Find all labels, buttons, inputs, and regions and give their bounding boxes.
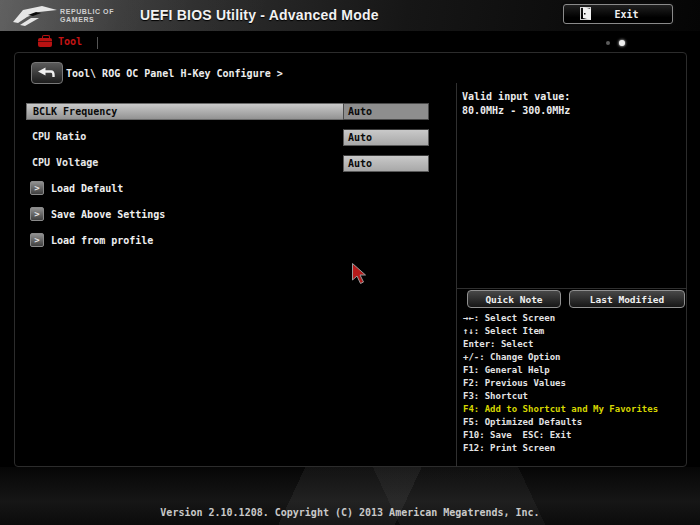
setting-label: CPU Voltage — [26, 155, 343, 172]
valid-input-title: Valid input value: — [462, 91, 570, 102]
shortcut-line: →←: Select Screen — [463, 312, 687, 325]
action-save-above-settings[interactable]: > Save Above Settings — [30, 207, 165, 221]
shortcut-line-highlighted: F4: Add to Shortcut and My Favorites — [463, 403, 687, 416]
brand-text: REPUBLIC OF GAMERS — [60, 8, 114, 24]
setting-row-bclk-frequency[interactable]: BCLK Frequency Auto — [26, 103, 429, 120]
setting-value-dropdown[interactable]: Auto — [343, 155, 429, 172]
toolbox-icon — [38, 38, 52, 47]
chevron-right-icon: > — [30, 233, 44, 247]
action-label: Save Above Settings — [51, 209, 165, 220]
valid-input-range: 80.0MHz - 300.0MHz — [462, 105, 570, 116]
shortcut-line: +/-: Change Option — [463, 351, 687, 364]
action-label: Load Default — [51, 183, 123, 194]
chevron-right-icon: > — [30, 181, 44, 195]
page-indicator — [606, 40, 625, 46]
chevron-right-icon: > — [30, 207, 44, 221]
panel-divider-vertical — [456, 83, 457, 467]
shortcut-line: ↑↓: Select Item — [463, 325, 687, 338]
action-label: Load from profile — [51, 235, 153, 246]
footer-version: Version 2.10.1208. Copyright (C) 2013 Am… — [0, 507, 700, 518]
footer-band: Version 2.10.1208. Copyright (C) 2013 Am… — [0, 467, 700, 525]
last-modified-button[interactable]: Last Modified — [569, 290, 685, 308]
back-arrow-icon — [38, 64, 56, 83]
title-bar: REPUBLIC OF GAMERS UEFI BIOS Utility - A… — [0, 0, 700, 32]
tab-divider — [97, 37, 98, 49]
mouse-cursor — [351, 263, 368, 290]
rog-logo-icon — [12, 3, 58, 33]
shortcut-line: F10: Save ESC: Exit — [463, 429, 687, 442]
panel-divider-horizontal — [456, 288, 687, 289]
shortcut-line: F3: Shortcut — [463, 390, 687, 403]
page-dot-inactive — [606, 41, 610, 45]
bios-screen: REPUBLIC OF GAMERS UEFI BIOS Utility - A… — [0, 0, 700, 525]
exit-button[interactable]: Exit — [563, 4, 673, 24]
shortcut-line: Enter: Select — [463, 338, 687, 351]
setting-label: BCLK Frequency — [26, 103, 343, 120]
shortcuts-panel: →←: Select Screen ↑↓: Select Item Enter:… — [463, 312, 687, 455]
shortcut-line: F12: Print Screen — [463, 442, 687, 455]
action-load-default[interactable]: > Load Default — [30, 181, 123, 195]
setting-label: CPU Ratio — [26, 129, 343, 146]
setting-value-dropdown[interactable]: Auto — [343, 129, 429, 146]
breadcrumb: Tool\ ROG OC Panel H-Key Configure > — [66, 68, 283, 79]
tab-tool[interactable]: Tool — [38, 35, 82, 47]
setting-row-cpu-voltage[interactable]: CPU Voltage Auto — [26, 155, 429, 172]
setting-row-cpu-ratio[interactable]: CPU Ratio Auto — [26, 129, 429, 146]
back-button[interactable] — [31, 62, 63, 84]
action-load-from-profile[interactable]: > Load from profile — [30, 233, 153, 247]
quick-note-button[interactable]: Quick Note — [467, 290, 561, 308]
setting-value-dropdown[interactable]: Auto — [343, 103, 429, 120]
shortcut-line: F2: Previous Values — [463, 377, 687, 390]
exit-door-icon — [580, 5, 591, 24]
exit-label: Exit — [591, 9, 662, 20]
shortcut-line: F5: Optimized Defaults — [463, 416, 687, 429]
page-dot-active — [619, 40, 625, 46]
window-title: UEFI BIOS Utility - Advanced Mode — [140, 7, 379, 23]
tab-tool-label: Tool — [58, 36, 82, 47]
shortcut-line: F1: General Help — [463, 364, 687, 377]
tab-row: Tool — [0, 32, 700, 52]
content-panel: Tool\ ROG OC Panel H-Key Configure > BCL… — [14, 52, 687, 467]
